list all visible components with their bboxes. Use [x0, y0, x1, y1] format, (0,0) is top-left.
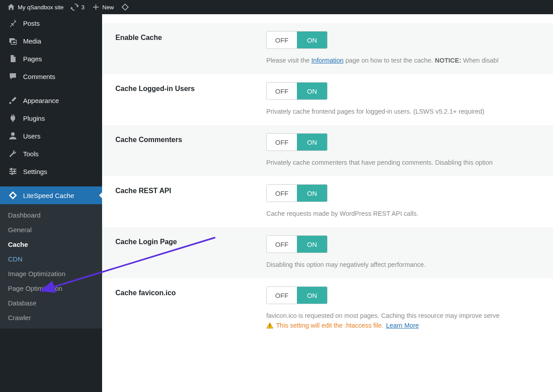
toggle-on[interactable]: ON	[297, 236, 327, 253]
sidebar-item-settings[interactable]: Settings	[0, 162, 102, 180]
information-link[interactable]: Information	[312, 57, 344, 64]
submenu-item-database[interactable]: Database	[0, 296, 102, 310]
learn-more-link[interactable]: Learn More	[386, 322, 419, 329]
sidebar-label: Media	[23, 37, 41, 45]
toggle-cache-login-page[interactable]: OFF ON	[266, 235, 328, 253]
submenu-item-crawler[interactable]: Crawler	[0, 310, 102, 325]
toggle-off[interactable]: OFF	[267, 32, 297, 48]
svg-rect-4	[9, 171, 16, 172]
setting-row-cache-logged-in: Cache Logged-in Users OFF ON Privately c…	[102, 74, 553, 125]
toggle-off[interactable]: OFF	[267, 287, 297, 304]
adminbar-updates-count: 3	[81, 4, 84, 11]
setting-description: favicon.ico is requested on most pages. …	[266, 312, 540, 319]
setting-row-enable-cache: Enable Cache OFF ON Please visit the Inf…	[102, 23, 553, 74]
submenu-item-cache[interactable]: Cache	[0, 237, 102, 252]
brush-icon	[7, 96, 19, 105]
toggle-off[interactable]: OFF	[267, 83, 297, 99]
sidebar-item-media[interactable]: Media	[0, 32, 102, 50]
svg-rect-8	[12, 172, 13, 175]
toggle-cache-rest-api[interactable]: OFF ON	[266, 184, 328, 202]
sidebar-label: Tools	[23, 150, 39, 158]
svg-point-2	[11, 132, 15, 136]
setting-description: Disabling this option may negatively aff…	[266, 261, 540, 268]
adminbar-site[interactable]: My qSandbox site	[4, 0, 67, 14]
setting-description: Privately cache commenters that have pen…	[266, 159, 540, 166]
plus-icon	[92, 3, 100, 11]
setting-label: Cache Commenters	[115, 133, 266, 166]
toggle-off[interactable]: OFF	[267, 185, 297, 202]
sidebar-item-plugins[interactable]: Plugins	[0, 109, 102, 127]
admin-sidebar: Posts Media Pages Comments Appearance Pl…	[0, 14, 102, 392]
sidebar-item-appearance[interactable]: Appearance	[0, 91, 102, 109]
adminbar-new-label: New	[103, 4, 114, 11]
litespeed-icon	[7, 191, 19, 200]
sidebar-item-litespeed-cache[interactable]: LiteSpeed Cache	[0, 186, 102, 204]
setting-description: Cache requests made by WordPress REST AP…	[266, 210, 540, 217]
media-icon	[7, 36, 19, 45]
sidebar-item-pages[interactable]: Pages	[0, 50, 102, 67]
toggle-cache-commenters[interactable]: OFF ON	[266, 133, 328, 151]
setting-label: Cache REST API	[115, 184, 266, 217]
sidebar-label: Plugins	[23, 115, 45, 122]
adminbar-new[interactable]: New	[88, 0, 118, 14]
toggle-enable-cache[interactable]: OFF ON	[266, 31, 328, 49]
home-icon	[7, 3, 15, 11]
setting-label: Cache Login Page	[115, 235, 266, 268]
refresh-icon	[71, 3, 79, 11]
sidebar-label: Pages	[23, 55, 42, 63]
adminbar-updates[interactable]: 3	[67, 0, 88, 14]
settings-content: Enable Cache OFF ON Please visit the Inf…	[102, 14, 553, 392]
setting-description: Privately cache frontend pages for logge…	[266, 108, 540, 115]
toggle-on[interactable]: ON	[297, 83, 327, 99]
sidebar-label: Comments	[23, 73, 55, 80]
sidebar-item-tools[interactable]: Tools	[0, 145, 102, 162]
sidebar-label: Appearance	[23, 97, 59, 104]
toggle-on[interactable]: ON	[297, 185, 327, 202]
toggle-on[interactable]: ON	[297, 32, 327, 48]
svg-rect-6	[11, 168, 12, 170]
setting-description: Please visit the Information page on how…	[266, 57, 540, 64]
submenu-item-page-optimization[interactable]: Page Optimization	[0, 281, 102, 296]
toggle-cache-favicon[interactable]: OFF ON	[266, 286, 328, 304]
adminbar-site-label: My qSandbox site	[18, 4, 63, 11]
submenu-item-general[interactable]: General	[0, 222, 102, 237]
sliders-icon	[7, 167, 19, 176]
pin-icon	[7, 19, 19, 28]
user-icon	[7, 131, 19, 140]
setting-label: Cache Logged-in Users	[115, 82, 266, 115]
setting-warning: This setting will edit the .htaccess fil…	[266, 322, 540, 329]
sidebar-label: LiteSpeed Cache	[23, 192, 74, 199]
setting-row-cache-commenters: Cache Commenters OFF ON Privately cache …	[102, 125, 553, 176]
toggle-off[interactable]: OFF	[267, 236, 297, 253]
sidebar-label: Settings	[23, 168, 47, 175]
toggle-on[interactable]: ON	[297, 134, 327, 150]
warning-icon	[266, 322, 273, 329]
setting-row-cache-rest-api: Cache REST API OFF ON Cache requests mad…	[102, 176, 553, 227]
svg-rect-7	[14, 170, 15, 173]
submenu-item-dashboard[interactable]: Dashboard	[0, 208, 102, 222]
adminbar-litespeed[interactable]	[118, 0, 135, 14]
comment-icon	[7, 72, 19, 81]
sidebar-item-comments[interactable]: Comments	[0, 67, 102, 85]
sidebar-item-posts[interactable]: Posts	[0, 14, 102, 32]
setting-row-cache-favicon: Cache favicon.ico OFF ON favicon.ico is …	[102, 278, 553, 339]
toggle-cache-logged-in[interactable]: OFF ON	[266, 82, 328, 100]
sidebar-label: Posts	[23, 20, 40, 27]
toggle-on[interactable]: ON	[297, 287, 327, 304]
setting-label: Cache favicon.ico	[115, 286, 266, 329]
litespeed-icon	[121, 3, 129, 11]
sidebar-label: Users	[23, 132, 40, 140]
submenu-item-cdn[interactable]: CDN	[0, 252, 102, 266]
sidebar-item-users[interactable]: Users	[0, 127, 102, 145]
setting-label: Enable Cache	[115, 31, 266, 64]
plug-icon	[7, 114, 19, 123]
svg-rect-3	[9, 169, 16, 170]
svg-rect-10	[269, 327, 270, 328]
admin-bar: My qSandbox site 3 New	[0, 0, 553, 14]
submenu-item-image-optimization[interactable]: Image Optimization	[0, 266, 102, 281]
svg-rect-9	[269, 325, 270, 326]
litespeed-submenu: Dashboard General Cache CDN Image Optimi…	[0, 204, 102, 329]
page-icon	[7, 54, 19, 63]
wrench-icon	[7, 149, 19, 158]
toggle-off[interactable]: OFF	[267, 134, 297, 150]
